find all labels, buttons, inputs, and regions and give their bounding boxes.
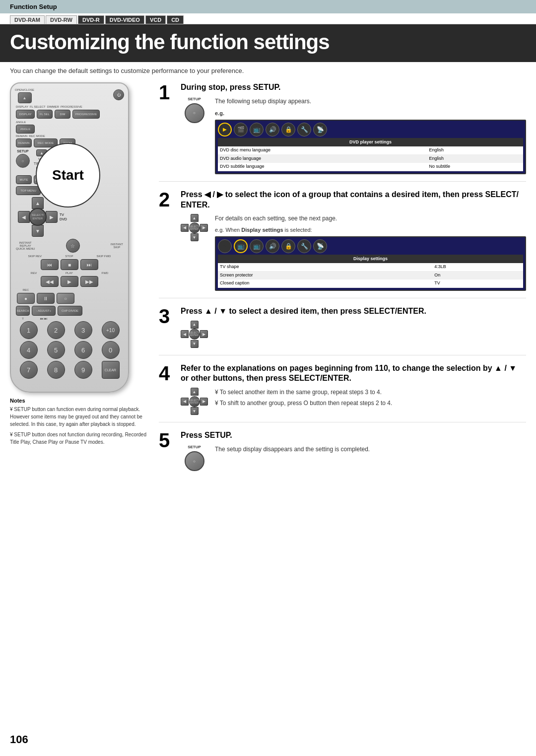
eject-button[interactable]: ▲ (18, 92, 32, 103)
num-4-button[interactable]: 4 (20, 341, 38, 359)
display-icon-4: 🔊 (266, 123, 279, 137)
step-2-title: Press ◀ / ▶ to select the icon of a grou… (181, 190, 526, 210)
num-3-button[interactable]: 3 (74, 321, 92, 339)
s3-sdpad-down[interactable]: ▼ (191, 340, 199, 348)
start-label: Start (36, 143, 100, 207)
sdpad-down[interactable]: ▼ (191, 233, 199, 241)
step-4-text: ¥ To select another item in the same gro… (215, 388, 526, 415)
skip-fwd-button[interactable]: ⏭ (80, 259, 98, 270)
rev-button[interactable]: ◀◀ (41, 276, 59, 287)
setup-button[interactable]: ○ (16, 154, 30, 168)
step-3-dpad: ▲ ▼ ◀ ▶ SELECT/ENTER (181, 321, 208, 348)
stop-button[interactable]: ■ (61, 259, 78, 270)
step-5-setup-circle[interactable]: ○ (185, 451, 204, 471)
clear-button[interactable]: CLEAR (102, 361, 120, 379)
display-icon-5: 🔒 (281, 123, 295, 137)
step-4-number: 4 (159, 363, 174, 415)
s3-sdpad-center[interactable]: SELECT/ENTER (189, 329, 200, 340)
tab-cd[interactable]: CD (167, 15, 184, 24)
step-5-title: Press SETUP. (181, 430, 526, 441)
display-icon-dvd: ▶ (218, 123, 232, 137)
step-2-content: Press ◀ / ▶ to select the icon of a grou… (181, 190, 526, 291)
rec-button[interactable]: ● (17, 293, 35, 304)
fwd-button[interactable]: ▶▶ (80, 276, 98, 287)
adjust-button[interactable]: - ADJUST+ (32, 306, 56, 316)
step-2: 2 Press ◀ / ▶ to select the icon of a gr… (159, 190, 526, 298)
angle-button[interactable]: ANGLE (16, 125, 35, 134)
num-5-button[interactable]: 5 (47, 341, 65, 359)
step-4-icon: ▲ ▼ ◀ ▶ SELECT/ENTER (181, 388, 208, 415)
mute-button[interactable]: MUTE (16, 175, 32, 184)
s4-sdpad-up[interactable]: ▲ (191, 388, 199, 396)
s4-sdpad-down[interactable]: ▼ (191, 407, 199, 415)
function-setup-banner: Function Setup (0, 0, 536, 13)
instructions-section: 1 During stop, press SETUP. SETUP ○ The … (149, 82, 526, 486)
step-4-bullet-1: ¥ To select another item in the same gro… (215, 388, 526, 397)
tab-dvd-rw[interactable]: DVD-RW (46, 15, 77, 24)
progressive-button[interactable]: PROGRESSIVE (72, 110, 100, 119)
remain-button[interactable]: REMAIN (16, 138, 32, 147)
step-1-number: 1 (159, 82, 174, 174)
play-button[interactable]: ▶ (61, 276, 78, 287)
skip-rev-button[interactable]: ⏮ (41, 259, 59, 270)
step-3-text (215, 321, 526, 348)
remote-section: OPEN/CLOSE ▲ ⏻ DISPLAYFL SELECTDIMMERPRO… (10, 82, 149, 486)
dpad-right-button[interactable]: ▶ (46, 211, 58, 223)
s2-icon-4: 🔊 (266, 239, 279, 253)
num-7-button[interactable]: 7 (20, 361, 38, 379)
fl-select-button[interactable]: FL SEL (37, 110, 53, 119)
step-1: 1 During stop, press SETUP. SETUP ○ The … (159, 82, 526, 182)
tab-vcd[interactable]: VCD (145, 15, 166, 24)
step-5-text: The setup display disappears and the set… (215, 445, 526, 471)
dpad-up-button[interactable]: ▲ (32, 197, 44, 209)
s3-sdpad-up[interactable]: ▲ (191, 321, 199, 329)
tv-dvd-labels: TV DVD (60, 213, 67, 221)
sdpad-right[interactable]: ▶ (200, 224, 208, 232)
top-menu-button[interactable]: TOP MENU (16, 186, 41, 195)
s3-sdpad-right[interactable]: ▶ (200, 330, 208, 338)
step-1-display: ▶ 🎬 📺 🔊 🔒 🔧 📡 DVD player settings (215, 120, 526, 174)
chp-divide-button[interactable]: CHP DIVIDE (58, 306, 82, 316)
s4-sdpad-left[interactable]: ◀ (181, 398, 189, 406)
num-6-button[interactable]: 6 (74, 341, 92, 359)
s4-sdpad-center[interactable]: SELECT/ENTER (189, 396, 200, 407)
step-4-dpad: ▲ ▼ ◀ ▶ SELECT/ENTER (181, 388, 208, 415)
step-3-content: Press ▲ / ▼ to select a desired item, th… (181, 306, 526, 348)
num-8-button[interactable]: 8 (47, 361, 65, 379)
subtitle: You can change the default settings to c… (0, 62, 536, 77)
page-title: Customizing the function settings (10, 30, 526, 54)
tab-dvd-r[interactable]: DVD-R (78, 15, 104, 24)
pause-button[interactable]: ⏸ (37, 293, 55, 304)
display-button[interactable]: DISPLAY (16, 110, 35, 119)
s3-sdpad-left[interactable]: ◀ (181, 330, 189, 338)
search-button[interactable]: SEARCH (16, 306, 30, 316)
step-2-table: Display settings TV shape4:3LB Screen pr… (218, 255, 523, 288)
s2-icon-5: 🔒 (281, 239, 295, 253)
num-1-button[interactable]: 1 (20, 321, 38, 339)
tab-dvd-ram[interactable]: DVD-RAM (10, 15, 45, 24)
num-2-button[interactable]: 2 (47, 321, 65, 339)
sdpad-up[interactable]: ▲ (191, 214, 199, 222)
step-1-setup-circle[interactable]: ○ (185, 103, 204, 123)
tab-dvd-video[interactable]: DVD-VIDEO (105, 15, 144, 24)
sdpad-left[interactable]: ◀ (181, 224, 189, 232)
select-enter-button[interactable]: SELECT/ENTER (29, 208, 47, 226)
num-9-button[interactable]: 9 (74, 361, 92, 379)
sdpad-center[interactable]: SELECT/ENTER (189, 222, 200, 233)
dimmer-button[interactable]: DIM (55, 110, 70, 119)
step-4-title: Refer to the explanations on pages begin… (181, 363, 526, 384)
extra-button[interactable]: ○ (57, 293, 74, 304)
num-0-button[interactable]: 0 (102, 341, 120, 359)
num-plus10-button[interactable]: +10 (102, 321, 120, 339)
step-1-icon-label: SETUP (188, 97, 201, 101)
quick-menu-button[interactable]: ☆ (66, 239, 80, 253)
transport-section: SKIP REVSTOPSKIP FWD ⏮ ■ ⏭ REVPLAYFWD ◀◀… (15, 255, 124, 304)
power-button[interactable]: ⏻ (113, 89, 124, 100)
format-tabs: DVD-RAM DVD-RW DVD-R DVD-VIDEO VCD CD (0, 13, 536, 24)
s2-icon-2: 📺 (234, 239, 248, 253)
dpad-left-button[interactable]: ◀ (18, 211, 30, 223)
notes-item-2: ¥ SETUP button does not function during … (10, 431, 149, 446)
step-1-title: During stop, press SETUP. (181, 82, 526, 93)
s4-sdpad-right[interactable]: ▶ (200, 398, 208, 406)
dpad-down-button[interactable]: ▼ (32, 225, 44, 237)
